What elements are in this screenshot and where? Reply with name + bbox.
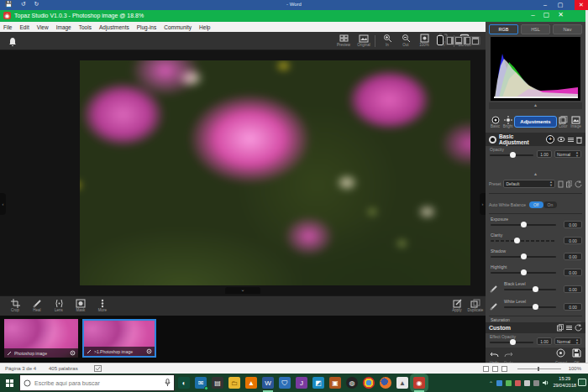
word-minimize-button[interactable]: – — [539, 0, 551, 10]
action-center-icon[interactable] — [578, 379, 586, 386]
word-zoom-percent[interactable]: 100% — [569, 366, 581, 371]
word-page-indicator[interactable]: Página 3 de 4 — [5, 366, 36, 371]
save-preset-icon[interactable] — [558, 180, 564, 188]
zoom-out-button[interactable]: Out — [396, 34, 415, 47]
notifications-bell-icon[interactable] — [8, 35, 17, 50]
effect-opacity-slider[interactable] — [490, 342, 533, 343]
menu-file[interactable]: File — [3, 24, 12, 30]
tray-app-icon[interactable] — [506, 380, 512, 386]
adjustments-button[interactable]: Adjustments — [514, 116, 556, 128]
zoom-in-button[interactable]: In — [378, 34, 396, 47]
basic-adjustment-header[interactable]: Basic Adjustment + — [486, 133, 585, 146]
custom-reset-icon[interactable] — [575, 324, 582, 332]
panel-menu-icon[interactable] — [568, 138, 574, 142]
crop-tool-button[interactable]: Crop — [7, 298, 24, 312]
word-zoom-slider[interactable] — [517, 368, 561, 369]
add-adjustment-icon[interactable]: + — [546, 135, 554, 144]
copy-preset-icon[interactable] — [566, 180, 572, 188]
highlight-slider[interactable] — [491, 272, 556, 274]
purple-app-icon[interactable]: J — [296, 377, 307, 389]
browser-dark-icon[interactable]: ◍ — [346, 377, 358, 389]
menu-edit[interactable]: Edit — [19, 24, 29, 30]
topaz-titlebar[interactable]: ◉ Topaz Studio V1.0.3 - Photoshop image … — [0, 10, 584, 22]
lens-tool-button[interactable]: Lens — [50, 298, 67, 312]
zoom-100-button[interactable]: 100% — [415, 34, 433, 47]
mail-app-icon[interactable]: ✉ — [195, 377, 207, 389]
word-maximize-button[interactable]: ▢ — [554, 0, 566, 10]
menu-help[interactable]: Help — [199, 24, 210, 30]
word-close-button[interactable]: ✕ — [575, 0, 588, 10]
search-input[interactable] — [34, 380, 161, 386]
tray-app-icon[interactable] — [524, 380, 530, 386]
tray-app-icon[interactable] — [515, 380, 521, 386]
duplicate-button[interactable]: Duplicate — [467, 298, 484, 312]
black-level-eyedropper-icon[interactable] — [490, 285, 498, 293]
custom-menu-icon[interactable] — [566, 326, 572, 330]
orange-app-icon[interactable]: ▣ — [329, 377, 341, 389]
custom-section-header[interactable]: Custom — [486, 322, 585, 333]
taskbar-clock[interactable]: 15:29 29/04/2018 — [553, 375, 576, 389]
highlight-value[interactable]: 0.00 — [564, 269, 582, 276]
file-explorer-icon[interactable]: 🗀 — [228, 377, 240, 389]
menu-image[interactable]: Image — [56, 24, 71, 30]
topaz-taskbar-icon[interactable]: ◉ — [413, 377, 425, 389]
firefox-icon[interactable] — [380, 377, 391, 389]
awb-off-option[interactable]: Off — [529, 201, 543, 208]
more-tools-button[interactable]: More — [94, 298, 111, 312]
thumbnail-edited-selected[interactable]: >1.Photoshop image — [82, 319, 156, 358]
white-level-slider[interactable] — [504, 306, 556, 308]
effect-opacity-value[interactable]: 1.00 — [537, 337, 552, 345]
basic-quick-button[interactable]: Basic — [489, 115, 501, 128]
split-top-view-icon[interactable] — [472, 37, 479, 44]
single-view-icon[interactable] — [437, 35, 444, 45]
color-quick-button[interactable]: Color — [557, 115, 570, 128]
photos-app-icon[interactable]: ▲ — [396, 377, 408, 389]
reset-preset-icon[interactable] — [575, 180, 582, 188]
notes-app-icon[interactable]: ▤ — [212, 377, 223, 389]
canvas-collapse-arrow[interactable]: ⌄ — [225, 287, 260, 294]
menu-tools[interactable]: Tools — [79, 24, 92, 30]
exposure-value[interactable]: 0.00 — [564, 221, 582, 228]
bright-quick-button[interactable]: Bright — [501, 115, 514, 128]
topaz-minimize-button[interactable]: – — [531, 11, 534, 18]
shadow-slider[interactable] — [491, 256, 556, 258]
split-bottom-view-icon[interactable] — [455, 37, 462, 44]
tab-rgb[interactable]: RGB — [489, 24, 518, 34]
taskbar-search[interactable] — [19, 374, 175, 391]
shadow-value[interactable]: 0.00 — [564, 253, 582, 260]
clarity-value[interactable]: 0.00 — [564, 237, 582, 244]
preview-button[interactable]: Preview — [334, 34, 353, 47]
tray-app-icon[interactable] — [533, 380, 539, 386]
gear-icon[interactable] — [146, 348, 152, 354]
topaz-maximize-button[interactable]: ▢ — [543, 11, 550, 18]
visibility-eye-icon[interactable] — [557, 136, 565, 143]
web-layout-icon[interactable] — [501, 366, 507, 372]
black-level-slider[interactable] — [504, 289, 556, 290]
menu-view[interactable]: View — [37, 24, 49, 30]
gear-icon[interactable] — [70, 350, 76, 356]
right-panel-collapse-tab[interactable]: › — [480, 193, 486, 215]
left-panel-collapse-tab[interactable]: ‹ — [0, 193, 6, 215]
menu-plugins[interactable]: Plug-ins — [137, 24, 156, 30]
read-mode-icon[interactable] — [483, 366, 489, 372]
print-layout-icon[interactable] — [492, 366, 498, 372]
start-button[interactable] — [0, 374, 18, 392]
chrome-icon[interactable] — [363, 377, 375, 389]
adjustment-collapse-arrow[interactable]: ▴ — [486, 171, 585, 177]
vlc-icon[interactable]: ▲ — [245, 377, 257, 389]
opacity-value[interactable]: 1.00 — [537, 150, 552, 158]
heal-tool-button[interactable]: Heal — [29, 298, 45, 312]
mask-tool-button[interactable]: Mask — [72, 298, 89, 312]
menu-community[interactable]: Community — [164, 24, 192, 30]
task-view-icon[interactable]: ◐ — [178, 377, 190, 389]
tab-nav[interactable]: Nav — [553, 24, 582, 34]
preset-dropdown[interactable]: Default▲▼ — [503, 180, 555, 188]
white-level-value[interactable]: 0.00 — [564, 303, 582, 311]
spellcheck-icon[interactable] — [94, 365, 102, 373]
defender-icon[interactable]: 🛡 — [279, 377, 291, 389]
microphone-icon[interactable] — [165, 379, 171, 387]
tray-app-icon[interactable] — [496, 380, 502, 386]
menu-adjustments[interactable]: Adjustments — [99, 24, 129, 30]
apply-button[interactable]: Apply — [449, 298, 465, 312]
exposure-slider[interactable] — [491, 224, 556, 226]
